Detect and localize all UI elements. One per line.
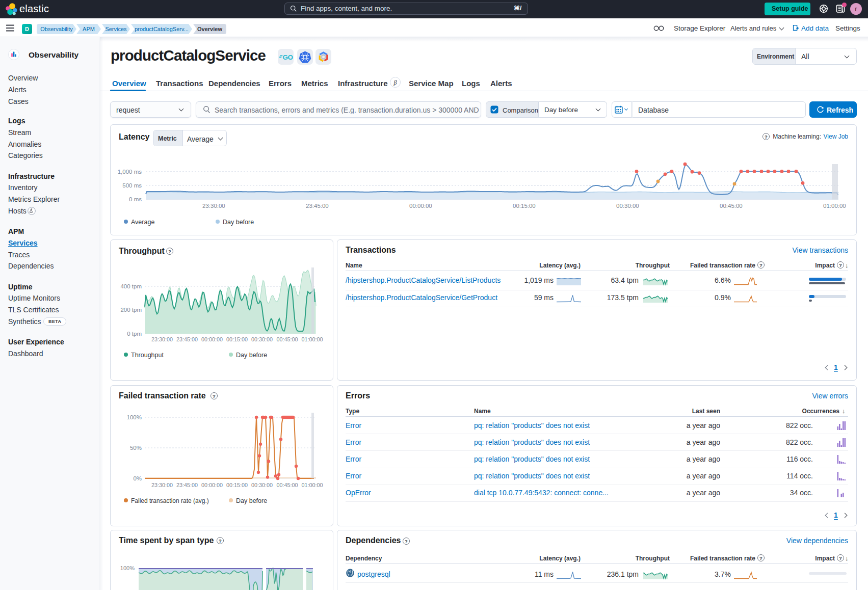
svg-text:GO: GO [283, 53, 293, 61]
